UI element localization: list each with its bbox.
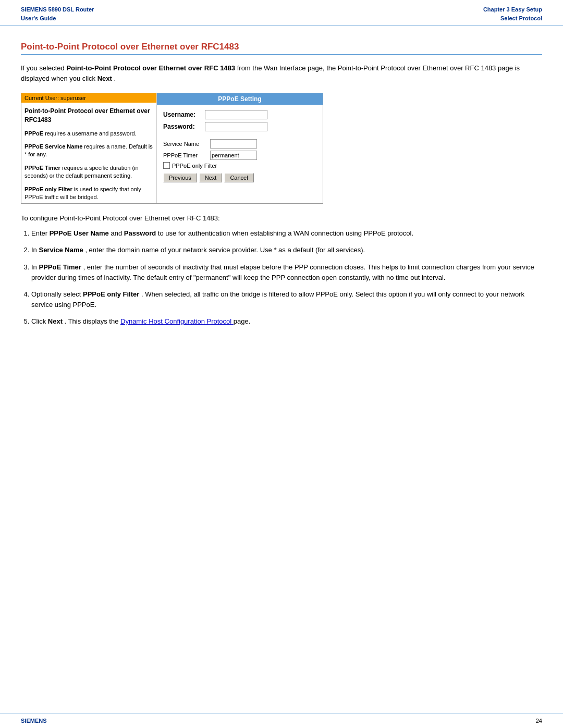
pppoe-timer-input[interactable] [210,151,257,160]
step1-after: to use for authentication when establish… [158,229,413,237]
cancel-button[interactable]: Cancel [224,173,253,182]
intro-paragraph: If you selected Point-to-Point Protocol … [21,63,542,83]
step5-bold: Next [48,317,63,325]
step1-before: Enter [31,229,50,237]
step-2: In Service Name , enter the domain name … [31,245,542,255]
page-header: SIEMENS 5890 DSL Router User's Guide Cha… [0,0,563,26]
ui-right-panel: PPPoE Setting Username: Password: Servic… [157,93,323,203]
step-3: In PPPoE Timer , enter the number of sec… [31,262,542,283]
intro-text-end: . [114,75,116,82]
pppoe-filter-row: PPPoE only Filter [163,162,316,169]
footer-page-number: 24 [536,718,542,724]
current-user-bar: Current User: superuser [21,93,156,103]
step5-before: Click [31,317,48,325]
header-right: Chapter 3 Easy Setup Select Protocol [483,5,542,22]
step-4: Optionally select PPPoE only Filter . Wh… [31,289,542,310]
step-1: Enter PPPoE User Name and Password to us… [31,228,542,239]
header-left: SIEMENS 5890 DSL Router User's Guide [21,5,94,22]
main-content: Point-to-Point Protocol over Ethernet ov… [0,26,563,354]
pppoe-setting-body: Username: Password: Service Name PPPoE T… [157,105,323,188]
pppoe-filter-checkbox[interactable] [163,162,170,169]
password-row: Password: [163,122,316,131]
step5-mid: . This displays the [65,317,120,325]
pppoe-timer-row: PPPoE Timer [163,151,316,160]
service-name-label: Service Name [163,141,210,147]
username-row: Username: [163,110,316,119]
step-5: Click Next . This displays the Dynamic H… [31,316,542,327]
service-name-input[interactable] [210,139,257,149]
panel-section-4: PPPoE only Filter is used to specify tha… [21,182,156,204]
step3-bold: PPPoE Timer [39,263,81,271]
config-intro: To configure Point-to-Point Protocol ove… [21,214,542,222]
intro-text-before: If you selected [21,64,66,72]
previous-button[interactable]: Previous [163,173,197,182]
pppoe-label-2: PPPoE Service Name [25,143,82,150]
pppoe-label-1: PPPoE [25,130,43,137]
steps-list: Enter PPPoE User Name and Password to us… [31,228,542,327]
password-label: Password: [163,123,205,130]
header-guide: User's Guide [21,14,94,23]
footer-brand: SIEMENS [21,718,47,724]
panel-section-3: PPPoE Timer requires a specific duration… [21,161,156,182]
pppoe-text-1: requires a username and password. [43,130,137,137]
step1-bold2: Password [124,229,156,237]
header-chapter: Chapter 3 Easy Setup [483,5,542,14]
step2-before: In [31,246,39,254]
username-input[interactable] [205,110,267,119]
intro-bold: Point-to-Point Protocol over Ethernet ov… [66,64,235,72]
dhcp-link[interactable]: Dynamic Host Configuration Protocol [120,317,234,325]
step2-bold: Service Name [39,246,83,254]
pppoe-timer-label: PPPoE Timer [163,152,210,158]
step3-before: In [31,263,39,271]
ui-left-panel: Current User: superuser Point-to-Point P… [21,93,157,203]
intro-next-bold: Next [97,75,112,82]
password-input[interactable] [205,122,267,131]
panel-section-1: PPPoE requires a username and password. [21,127,156,140]
page-title: Point-to-Point Protocol over Ethernet ov… [21,42,542,55]
step4-bold: PPPoE only Filter [83,290,139,298]
next-button[interactable]: Next [199,173,223,182]
ui-screenshot-box: Current User: superuser Point-to-Point P… [21,93,323,204]
step5-after: page. [234,317,251,325]
step1-mid: and [111,229,124,237]
panel-title-text: Point-to-Point Protocol over Ethernet ov… [25,107,150,124]
header-product: SIEMENS 5890 DSL Router [21,5,94,14]
pppoe-filter-label: PPPoE only Filter [172,163,217,169]
step4-before: Optionally select [31,290,83,298]
service-name-row: Service Name [163,139,316,149]
panel-section-2: PPPoE Service Name requires a name. Defa… [21,140,156,161]
username-label: Username: [163,111,205,118]
pppoe-label-3: PPPoE Timer [25,165,60,171]
page-footer: SIEMENS 24 [0,713,563,728]
step3-after: , enter the number of seconds of inactiv… [31,263,534,281]
button-row: Previous Next Cancel [163,173,316,182]
pppoe-setting-header: PPPoE Setting [157,93,323,105]
pppoe-label-4: PPPoE only Filter [25,186,72,192]
panel-title: Point-to-Point Protocol over Ethernet ov… [21,103,156,127]
step2-after: , enter the domain name of your network … [85,246,365,254]
step1-bold1: PPPoE User Name [50,229,109,237]
header-section: Select Protocol [483,14,542,23]
